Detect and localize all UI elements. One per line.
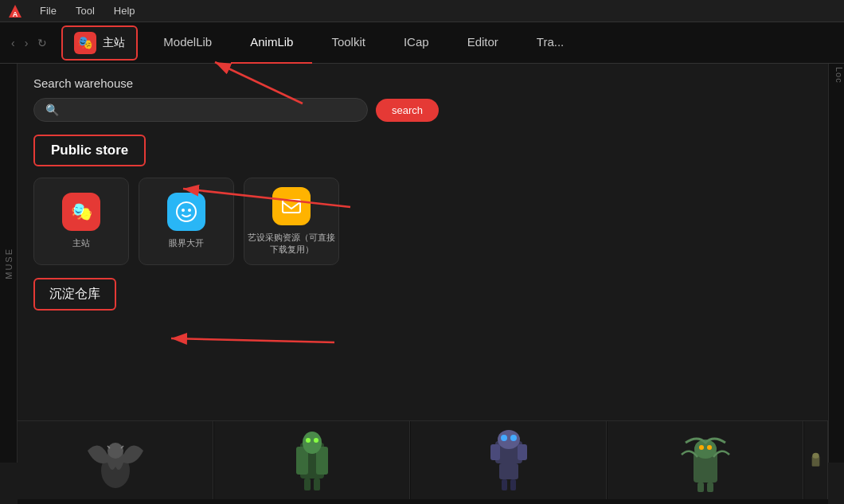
store-item-yanjie-icon xyxy=(167,193,205,231)
warehouse-section: 沉淀仓库 xyxy=(33,278,828,318)
search-input-wrap[interactable]: 🔍 xyxy=(33,98,368,122)
tab-tra[interactable]: Tra... xyxy=(518,22,583,64)
svg-point-7 xyxy=(107,443,123,459)
store-item-zhuzhan[interactable]: 🎭 主站 xyxy=(33,178,129,265)
tab-zhuzhan-label: 主站 xyxy=(103,36,125,50)
store-item-yishe-label: 艺设采购资源（可直接下载复用） xyxy=(244,232,338,256)
search-title: Search warehouse xyxy=(33,76,828,90)
nav-back[interactable]: ‹ xyxy=(8,33,18,53)
svg-rect-19 xyxy=(490,444,500,460)
nav-tabs: ModelLib AnimLib Toolkit ICap Editor Tra… xyxy=(144,22,844,64)
nav-refresh[interactable]: ↻ xyxy=(34,33,50,53)
tab-animlib[interactable]: AnimLib xyxy=(231,22,312,64)
nav-arrows: ‹ › ↻ xyxy=(3,33,61,53)
svg-rect-5 xyxy=(283,200,300,213)
svg-rect-31 xyxy=(697,483,704,492)
store-item-yanjie[interactable]: 眼界大开 xyxy=(139,178,234,265)
store-item-yanjie-label: 眼界大开 xyxy=(169,237,204,249)
store-item-zhuzhan-icon: 🎭 xyxy=(62,193,100,231)
svg-rect-25 xyxy=(502,479,507,490)
svg-rect-24 xyxy=(499,463,518,479)
svg-point-23 xyxy=(510,435,517,441)
sidebar-muse-label: MUSE xyxy=(4,248,14,279)
warehouse-header[interactable]: 沉淀仓库 xyxy=(33,278,116,311)
thumbnails-bar xyxy=(18,420,828,504)
thumbnail-3[interactable] xyxy=(411,421,607,499)
store-item-zhuzhan-label: 主站 xyxy=(72,237,90,249)
tab-modellib[interactable]: ModelLib xyxy=(144,22,231,64)
search-bar: 🔍 search xyxy=(33,98,828,122)
tab-zhuzhan-active[interactable]: 🎭 主站 xyxy=(61,25,138,61)
menu-bar: A File Tool Help xyxy=(0,0,844,22)
store-item-yishe[interactable]: 艺设采购资源（可直接下载复用） xyxy=(244,178,339,265)
svg-text:A: A xyxy=(13,10,18,18)
search-section: Search warehouse 🔍 search xyxy=(33,76,828,122)
svg-point-21 xyxy=(498,430,520,449)
app-logo: A xyxy=(6,2,24,20)
menu-file[interactable]: File xyxy=(37,3,60,18)
svg-point-2 xyxy=(177,202,196,221)
nav-bar: ‹ › ↻ 🎭 主站 ModelLib AnimLib Toolkit ICap… xyxy=(0,22,844,64)
svg-rect-32 xyxy=(707,483,713,492)
svg-point-14 xyxy=(306,438,311,443)
thumbnail-5[interactable] xyxy=(804,421,828,499)
nav-forward[interactable]: › xyxy=(21,33,32,53)
svg-point-13 xyxy=(303,432,322,454)
svg-point-34 xyxy=(812,452,819,458)
tab-toolkit[interactable]: Toolkit xyxy=(312,22,385,64)
search-button[interactable]: search xyxy=(376,99,439,122)
thumbnail-1[interactable] xyxy=(18,421,213,499)
main-layout: MUSE Search warehouse 🔍 search Public st… xyxy=(0,64,844,463)
sidebar-loc-label: Loc xyxy=(834,67,844,84)
public-store-header[interactable]: Public store xyxy=(33,135,146,166)
store-items-list: 🎭 主站 眼界大开 xyxy=(33,178,828,265)
svg-point-3 xyxy=(182,209,185,212)
svg-point-4 xyxy=(188,209,191,212)
search-input[interactable] xyxy=(65,104,356,116)
svg-point-22 xyxy=(501,435,507,441)
public-store-section: Public store 🎭 主站 xyxy=(33,135,828,265)
svg-rect-16 xyxy=(304,479,311,490)
store-item-yishe-icon xyxy=(272,187,311,225)
thumbnail-4[interactable] xyxy=(608,421,803,499)
sidebar-right: Loc xyxy=(828,64,844,463)
thumbnail-2[interactable] xyxy=(214,421,410,499)
tab-zhuzhan-icon: 🎭 xyxy=(74,32,96,54)
menu-tool[interactable]: Tool xyxy=(72,3,98,18)
svg-rect-17 xyxy=(314,479,320,490)
tab-icap[interactable]: ICap xyxy=(385,22,448,64)
svg-rect-26 xyxy=(510,479,516,490)
menu-help[interactable]: Help xyxy=(111,3,139,18)
svg-point-15 xyxy=(314,438,318,443)
search-icon: 🔍 xyxy=(45,104,59,116)
tab-editor[interactable]: Editor xyxy=(448,22,518,64)
svg-point-29 xyxy=(699,445,704,450)
svg-point-30 xyxy=(707,445,712,450)
sidebar-left: MUSE xyxy=(0,64,18,463)
content-area: Search warehouse 🔍 search Public store 🎭… xyxy=(18,64,844,463)
svg-rect-20 xyxy=(518,444,527,460)
